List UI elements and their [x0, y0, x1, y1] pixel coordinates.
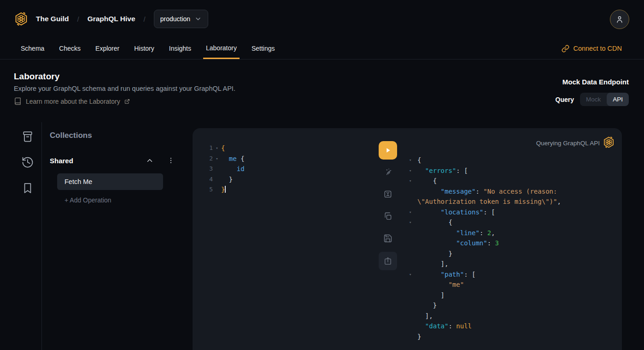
prettify-icon [383, 167, 392, 177]
code-line: "line": 2, [417, 228, 495, 238]
code-line: { [221, 143, 225, 154]
hive-logo-icon[interactable] [14, 12, 29, 26]
collapse-group-button[interactable] [145, 155, 155, 166]
endpoint-option-mock[interactable]: Mock [580, 93, 607, 106]
line-number: 2 [204, 154, 213, 164]
endpoint-option-api[interactable]: API [607, 93, 629, 106]
learn-more-link[interactable]: Learn more about the Laboratory [14, 97, 130, 105]
text-cursor [225, 186, 226, 193]
code-line: } [221, 184, 226, 195]
fold-icon[interactable]: ▾ [213, 154, 221, 164]
fold-icon[interactable]: ▾ [408, 166, 417, 176]
link-icon [562, 45, 569, 53]
fold-icon [408, 228, 417, 238]
code-line: me { [221, 154, 245, 164]
tab-settings[interactable]: Settings [249, 38, 278, 59]
tab-insights[interactable]: Insights [166, 38, 194, 59]
query-editor[interactable]: 1▾{2▾ me {3 id4 }5} [204, 143, 245, 195]
breadcrumb-separator: / [144, 15, 146, 23]
fold-icon[interactable]: ▾ [408, 269, 417, 280]
tab-checks[interactable]: Checks [56, 38, 83, 59]
tab-explorer[interactable]: Explorer [93, 38, 122, 59]
line-number: 1 [204, 143, 213, 154]
collection-item[interactable]: Fetch Me [57, 173, 163, 190]
fold-icon [408, 186, 417, 197]
response-viewer: ▾{▾ "errors": [▾ { "message": "No access… [408, 155, 561, 342]
fold-icon [408, 196, 417, 207]
code-line: "locations": [ [417, 207, 495, 218]
connect-cdn-label: Connect to CDN [573, 45, 622, 52]
tab-schema[interactable]: Schema [18, 38, 47, 59]
hive-logo-small-icon [603, 136, 615, 148]
fold-icon[interactable]: ▾ [408, 176, 417, 186]
share-icon [383, 256, 392, 266]
fold-icon [213, 184, 221, 195]
code-line: \"Authorization token is missing\")", [417, 196, 561, 207]
code-line: id [221, 164, 245, 174]
main-nav: SchemaChecksExplorerHistoryInsightsLabor… [0, 38, 644, 59]
target-selector-label: production [160, 15, 190, 23]
code-line: } [221, 174, 233, 185]
code-line: } [417, 300, 437, 311]
line-number: 4 [204, 174, 213, 185]
fold-icon[interactable]: ▾ [408, 155, 417, 166]
code-line: { [417, 176, 437, 186]
save-icon [383, 234, 392, 243]
breadcrumb: The Guild / GraphQL Hive / production [36, 0, 208, 38]
fold-icon [408, 321, 417, 332]
fold-icon [408, 259, 417, 269]
endpoint-title: Mock Data Endpoint [562, 78, 629, 86]
share-button[interactable] [379, 252, 397, 270]
collection-group-row: Shared [50, 154, 175, 167]
fold-icon [408, 238, 417, 249]
execute-query-button[interactable] [379, 141, 397, 160]
bookmark-icon[interactable] [21, 182, 34, 195]
graphiql-panel: 1▾{2▾ me {3 id4 }5} Querying GraphQL API [193, 128, 622, 350]
user-avatar[interactable] [610, 10, 629, 29]
copy-query-button[interactable] [383, 212, 392, 221]
page-title: Laboratory [14, 71, 59, 82]
collection-group-label: Shared [50, 157, 145, 165]
fold-icon [408, 311, 417, 321]
fold-icon [408, 290, 417, 301]
top-header: The Guild / GraphQL Hive / production [0, 0, 644, 38]
tab-history[interactable]: History [131, 38, 157, 59]
code-line: } [417, 332, 421, 342]
mock-endpoint-section: Mock Data Endpoint Query MockAPI [556, 78, 629, 106]
fold-icon[interactable]: ▾ [408, 217, 417, 228]
code-line: "column": 3 [417, 238, 499, 249]
line-number: 5 [204, 184, 213, 195]
tab-laboratory[interactable]: Laboratory [203, 38, 240, 59]
kebab-icon [167, 157, 175, 164]
code-line: "message": "No access (reason: [417, 186, 557, 197]
org-link[interactable]: The Guild [36, 15, 69, 23]
chevron-down-icon [194, 15, 202, 23]
fold-icon [213, 164, 221, 174]
fold-icon [408, 300, 417, 311]
group-menu-button[interactable] [167, 155, 175, 166]
save-button[interactable] [383, 234, 392, 243]
code-line: ], [417, 311, 433, 321]
merge-icon [383, 190, 392, 199]
rail-divider [41, 122, 42, 350]
merge-fragments-button[interactable] [383, 190, 392, 199]
fold-icon[interactable]: ▾ [408, 207, 417, 218]
nav-tabs: SchemaChecksExplorerHistoryInsightsLabor… [18, 38, 278, 59]
collection-items: Fetch Me [57, 173, 163, 190]
code-line: ] [417, 290, 445, 301]
add-operation-button[interactable]: + Add Operation [64, 196, 111, 204]
response-status: Querying GraphQL API [536, 140, 600, 147]
copy-icon [383, 212, 392, 221]
project-link[interactable]: GraphQL Hive [88, 15, 135, 23]
target-selector[interactable]: production [154, 10, 208, 28]
chevron-up-icon [146, 156, 154, 165]
fold-icon [408, 249, 417, 259]
prettify-button[interactable] [383, 167, 392, 177]
connect-cdn-link[interactable]: Connect to CDN [562, 38, 622, 59]
code-line: ], [417, 259, 448, 269]
fold-icon [213, 174, 221, 185]
history-icon[interactable] [21, 156, 34, 169]
fold-icon[interactable]: ▾ [213, 143, 221, 154]
external-link-icon [124, 99, 130, 104]
docs-archive-icon[interactable] [21, 130, 34, 143]
